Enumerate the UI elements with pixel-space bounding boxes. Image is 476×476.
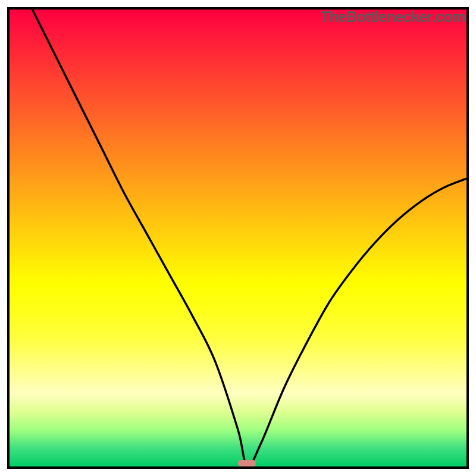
- curve-path: [32, 10, 466, 466]
- minimum-marker: [238, 460, 256, 466]
- plot-area: [7, 7, 469, 469]
- bottleneck-curve: [10, 10, 466, 466]
- watermark-text: TheBottlenecker.com: [321, 8, 465, 26]
- chart-container: TheBottlenecker.com: [0, 0, 476, 476]
